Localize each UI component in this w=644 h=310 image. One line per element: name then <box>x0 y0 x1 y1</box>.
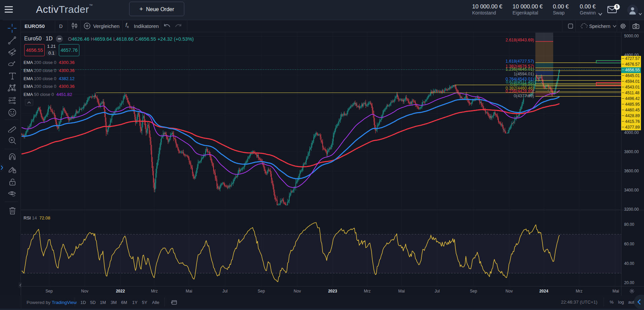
svg-text:1.618(4727.57): 1.618(4727.57) <box>505 59 534 64</box>
svg-text:1.236(4645.01): 1.236(4645.01) <box>505 67 534 72</box>
svg-text:0(4377.89): 0(4377.89) <box>514 94 534 98</box>
svg-text:1(4594.01): 1(4594.01) <box>514 72 534 76</box>
svg-text:2.618(4943.69): 2.618(4943.69) <box>505 38 534 42</box>
svg-text:0.236(4428.89): 0.236(4428.89) <box>505 89 534 94</box>
